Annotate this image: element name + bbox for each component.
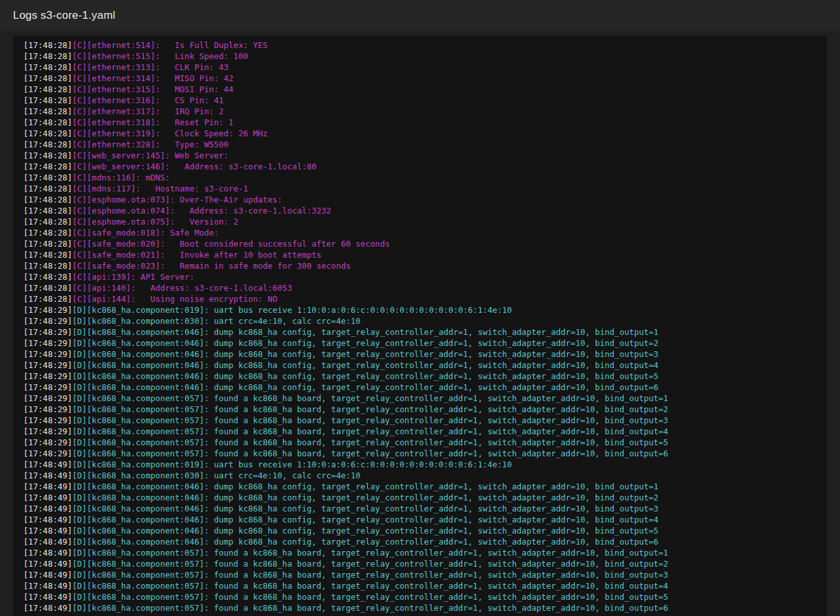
log-message: [C][api:139]: API Server: [72,272,194,282]
log-timestamp: [17:48:49] [23,592,72,602]
log-message: [D][kc868_ha.component:019]: uart bus re… [72,305,512,315]
log-message: [C][ethernet:317]: IRQ Pin: 2 [72,106,223,116]
log-timestamp: [17:48:49] [23,603,72,613]
log-line: [17:48:28][C][api:144]: Using noise encr… [23,293,817,304]
log-timestamp: [17:48:49] [23,526,72,536]
log-timestamp: [17:48:28] [23,40,72,50]
log-message: [D][kc868_ha.component:046]: dump kc868_… [72,482,658,491]
log-timestamp: [17:48:28] [23,129,72,138]
log-timestamp: [17:48:28] [23,51,72,61]
log-line: [17:48:28][C][web_server:145]: Web Serve… [23,150,817,161]
log-timestamp: [17:48:49] [23,581,72,591]
log-line: [17:48:29][D][kc868_ha.component:019]: u… [23,304,817,315]
log-line: [17:48:28][C][ethernet:318]: Reset Pin: … [23,117,817,128]
log-message: [D][kc868_ha.component:057]: found a kc8… [72,437,668,447]
log-message: [D][kc868_ha.component:046]: dump kc868_… [72,360,658,370]
log-timestamp: [17:48:49] [23,537,72,547]
log-line: [17:48:28][C][ethernet:315]: MOSI Pin: 4… [23,84,817,95]
log-message: [D][kc868_ha.component:019]: uart bus re… [72,460,512,469]
log-line: [17:48:28][C][safe_mode:023]: Remain in … [23,260,817,271]
log-line: [17:48:29][D][kc868_ha.component:046]: d… [23,338,817,349]
log-message: [D][kc868_ha.component:057]: found a kc8… [72,548,668,558]
log-timestamp: [17:48:28] [23,117,72,127]
log-line: [17:48:28][C][api:139]: API Server: [23,271,817,282]
log-line: [17:48:29][D][kc868_ha.component:057]: f… [23,393,817,404]
log-message: [D][kc868_ha.component:046]: dump kc868_… [72,504,658,513]
log-timestamp: [17:48:29] [23,349,72,359]
log-message: [D][kc868_ha.component:057]: found a kc8… [72,592,668,602]
log-line: [17:48:28][C][ethernet:515]: Link Speed:… [23,51,817,62]
log-message: [C][safe_mode:023]: Remain in safe mode … [72,261,351,271]
log-line: [17:48:28][C][ethernet:313]: CLK Pin: 43 [23,62,817,73]
log-line: [17:48:49][D][kc868_ha.component:057]: f… [23,547,817,558]
log-line: [17:48:49][D][kc868_ha.component:057]: f… [23,591,817,602]
log-line: [17:48:28][C][ethernet:328]: Type: W5500 [23,139,817,150]
log-line: [17:48:28][C][safe_mode:021]: Invoke aft… [23,249,817,260]
log-timestamp: [17:48:28] [23,250,72,260]
log-message: [C][ethernet:319]: Clock Speed: 26 MHz [72,129,267,138]
log-message: [C][ethernet:314]: MISO Pin: 42 [72,73,233,83]
log-message: [D][kc868_ha.component:057]: found a kc8… [72,449,668,458]
log-timestamp: [17:48:28] [23,283,72,293]
log-line: [17:48:29][D][kc868_ha.component:057]: f… [23,437,817,448]
log-timestamp: [17:48:28] [23,95,72,105]
log-message: [C][mdns:117]: Hostname: s3-core-1 [72,184,248,193]
log-line: [17:48:49][D][kc868_ha.component:030]: u… [23,470,817,481]
log-timestamp: [17:48:49] [23,548,72,558]
log-message: [C][safe_mode:018]: Safe Mode: [72,228,219,238]
log-timestamp: [17:48:28] [23,151,72,160]
log-line: [17:48:28][C][api:140]: Address: s3-core… [23,282,817,293]
log-line: [17:48:29][D][kc868_ha.component:046]: d… [23,326,817,338]
log-timestamp: [17:48:28] [23,228,72,238]
log-line: [17:48:28][C][esphome.ota:075]: Version:… [23,216,817,227]
log-message: [D][kc868_ha.component:030]: uart crc=4e… [72,471,360,480]
log-timestamp: [17:48:28] [23,272,72,282]
log-timestamp: [17:48:28] [23,106,72,116]
log-message: [D][kc868_ha.component:057]: found a kc8… [72,603,668,613]
log-message: [C][api:144]: Using noise encryption: NO [72,294,277,304]
log-timestamp: [17:48:49] [23,493,72,502]
log-timestamp: [17:48:28] [23,239,72,249]
log-message: [D][kc868_ha.component:030]: uart crc=4e… [72,316,360,326]
log-timestamp: [17:48:49] [23,559,72,569]
log-line: [17:48:28][C][esphome.ota:073]: Over-The… [23,194,817,205]
log-message: [C][mdns:116]: mDNS: [72,173,170,182]
log-message: [C][esphome.ota:075]: Version: 2 [72,217,238,227]
log-line: [17:48:49][D][kc868_ha.component:057]: f… [23,558,817,569]
log-line: [17:48:29][D][kc868_ha.component:046]: d… [23,360,817,371]
log-line: [17:48:29][D][kc868_ha.component:046]: d… [23,382,817,393]
log-message: [D][kc868_ha.component:046]: dump kc868_… [72,338,658,348]
log-message: [D][kc868_ha.component:046]: dump kc868_… [72,515,658,524]
log-line: [17:48:49][D][kc868_ha.component:046]: d… [23,481,817,492]
log-message: [C][web_server:146]: Address: s3-core-1.… [72,162,316,171]
log-timestamp: [17:48:29] [23,437,72,447]
log-line: [17:48:49][D][kc868_ha.component:019]: u… [23,459,817,470]
log-line: [17:48:28][C][safe_mode:018]: Safe Mode: [23,227,817,238]
log-timestamp: [17:48:49] [23,460,72,469]
log-line: [17:48:49][D][kc868_ha.component:046]: d… [23,492,817,503]
log-message: [C][ethernet:316]: CS Pin: 41 [72,95,223,105]
log-timestamp: [17:48:28] [23,206,72,216]
log-message: [D][kc868_ha.component:057]: found a kc8… [72,404,668,414]
log-timestamp: [17:48:28] [23,62,72,72]
log-timestamp: [17:48:29] [23,360,72,370]
log-line: [17:48:49][D][kc868_ha.component:046]: d… [23,503,817,514]
log-message: [C][ethernet:315]: MOSI Pin: 44 [72,84,233,94]
log-line: [17:48:29][D][kc868_ha.component:030]: u… [23,315,817,326]
log-message: [D][kc868_ha.component:046]: dump kc868_… [72,371,658,381]
log-line: [17:48:29][D][kc868_ha.component:057]: f… [23,426,817,437]
log-message: [C][safe_mode:021]: Invoke after 10 boot… [72,250,321,260]
log-message: [D][kc868_ha.component:057]: found a kc8… [72,415,668,425]
log-timestamp: [17:48:29] [23,327,72,337]
log-message: [D][kc868_ha.component:046]: dump kc868_… [72,327,658,337]
log-line: [17:48:28][C][esphome.ota:074]: Address:… [23,205,817,216]
log-console[interactable]: [17:48:28][C][ethernet:514]: Is Full Dup… [13,36,827,616]
log-line: [17:48:49][D][kc868_ha.component:046]: d… [23,536,817,547]
log-message: [D][kc868_ha.component:057]: found a kc8… [72,393,668,403]
log-timestamp: [17:48:29] [23,382,72,392]
log-timestamp: [17:48:49] [23,504,72,513]
log-message: [C][ethernet:313]: CLK Pin: 43 [72,62,229,72]
log-line: [17:48:29][D][kc868_ha.component:046]: d… [23,349,817,360]
log-message: [C][safe_mode:020]: Boot considered succ… [72,239,389,249]
log-message: [D][kc868_ha.component:057]: found a kc8… [72,426,668,436]
